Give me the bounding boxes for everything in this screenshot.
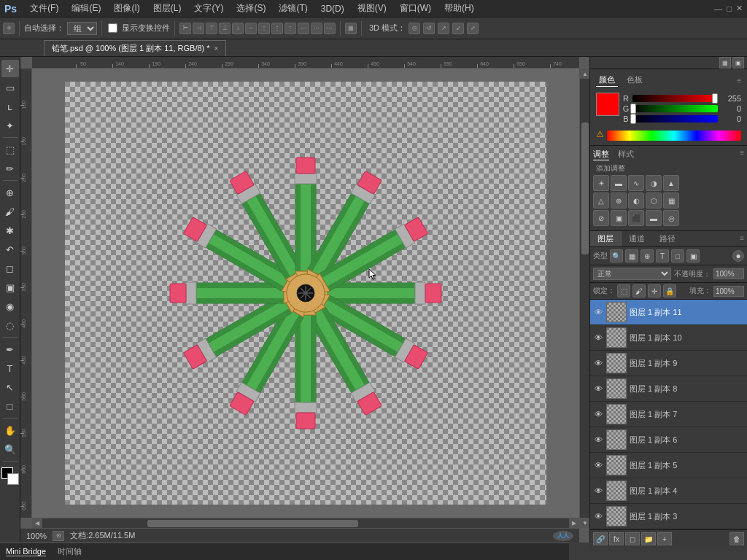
menu-window[interactable]: 窗口(W): [394, 1, 437, 16]
move-tool[interactable]: ✛: [1, 60, 19, 77]
3d-orbit-icon[interactable]: ◎: [409, 23, 420, 34]
lock-position-btn[interactable]: ✛: [648, 284, 661, 298]
align-top-icon[interactable]: ⊥: [219, 23, 231, 34]
distribute-center-v-icon[interactable]: ⋯: [311, 23, 322, 34]
distribute-center-h-icon[interactable]: ⋮: [271, 23, 283, 34]
adj-colorbalance[interactable]: ⊕: [611, 192, 627, 209]
link-layers-btn[interactable]: 🔗: [593, 532, 608, 545]
shape-tool[interactable]: □: [1, 397, 19, 415]
align-center-v-icon[interactable]: ↕: [232, 23, 244, 34]
canvas[interactable]: [65, 82, 546, 505]
layer-item[interactable]: 👁 图层 1 副本 8: [590, 376, 747, 402]
vertical-scrollbar[interactable]: ▲ ▼: [579, 69, 589, 528]
history-brush-tool[interactable]: ↶: [1, 241, 19, 258]
layer-eye-8[interactable]: 👁: [593, 511, 603, 521]
v-scroll-down[interactable]: ▼: [580, 518, 589, 528]
styles-tab[interactable]: 样式: [618, 149, 634, 160]
layer-item[interactable]: 👁 图层 1 副本 7: [590, 402, 747, 427]
layer-filter-adj[interactable]: ⊕: [640, 249, 654, 262]
blend-mode-select[interactable]: 正常: [593, 268, 671, 280]
color-panel-menu[interactable]: ≡: [737, 77, 741, 85]
lock-all-btn[interactable]: 🔒: [663, 284, 676, 298]
v-scroll-thumb[interactable]: [581, 122, 589, 254]
gradient-tool[interactable]: ▣: [1, 279, 19, 296]
distribute-bottom-icon[interactable]: ⋯: [324, 23, 336, 34]
layer-filter-type[interactable]: T: [656, 249, 669, 262]
adj-selective-color[interactable]: ◎: [663, 210, 679, 226]
show-transform-checkbox[interactable]: [108, 23, 117, 33]
distribute-left-icon[interactable]: ⋮: [258, 23, 270, 34]
menu-filter[interactable]: 滤镜(T): [273, 1, 313, 16]
lock-transparent-btn[interactable]: ⬚: [617, 284, 630, 298]
lasso-tool[interactable]: ʟ: [1, 98, 19, 115]
lock-paint-btn[interactable]: 🖌: [632, 284, 646, 298]
menu-help[interactable]: 帮助(H): [438, 1, 480, 16]
pen-tool[interactable]: ✒: [1, 341, 19, 358]
layer-filter-shape[interactable]: □: [671, 249, 684, 262]
new-group-btn[interactable]: 📁: [641, 532, 656, 545]
align-bottom-icon[interactable]: ↔: [245, 23, 257, 34]
layer-eye-5[interactable]: 👁: [593, 435, 603, 445]
blur-tool[interactable]: ◉: [1, 298, 19, 315]
adj-levels[interactable]: ▬: [611, 175, 627, 191]
path-select-tool[interactable]: ↖: [1, 378, 19, 396]
v-scroll-up[interactable]: ▲: [580, 69, 589, 79]
color-swatch-main[interactable]: [596, 93, 619, 116]
brush-tool[interactable]: 🖌: [1, 203, 19, 220]
clone-stamp-tool[interactable]: ✱: [1, 222, 19, 239]
layers-tab-channels[interactable]: 通道: [622, 231, 652, 246]
layer-filter-smart[interactable]: ▣: [686, 249, 700, 262]
menu-text[interactable]: 文字(Y): [188, 1, 229, 16]
align-left-icon[interactable]: ⊢: [179, 23, 191, 34]
blue-slider[interactable]: [632, 115, 718, 122]
swatches-tab[interactable]: 色板: [624, 74, 646, 87]
layer-eye-3[interactable]: 👁: [593, 384, 603, 394]
layer-search-btn[interactable]: 🔍: [610, 249, 623, 262]
menu-image[interactable]: 图像(I): [108, 1, 145, 16]
adj-gradient-map[interactable]: ▬: [646, 210, 662, 226]
adj-panel-menu[interactable]: ≡: [740, 149, 744, 160]
layer-eye-4[interactable]: 👁: [593, 409, 603, 419]
layer-item[interactable]: 👁 图层 1 副本 11: [590, 300, 747, 325]
opacity-input[interactable]: [713, 268, 744, 279]
adj-curves[interactable]: ∿: [628, 175, 644, 191]
timeline-tab[interactable]: 时间轴: [58, 546, 82, 557]
3d-scale-icon[interactable]: ⤢: [467, 23, 479, 34]
layer-eye-7[interactable]: 👁: [593, 486, 603, 496]
tab-close-button[interactable]: ×: [214, 44, 219, 52]
layer-item[interactable]: 👁 图层 1 副本 6: [590, 427, 747, 453]
layer-item[interactable]: 👁 图层 1 副本 3: [590, 504, 747, 529]
spot-healing-tool[interactable]: ⊕: [1, 184, 19, 201]
layer-eye-0[interactable]: 👁: [593, 307, 603, 317]
align-center-h-icon[interactable]: ⊣: [193, 23, 204, 34]
layers-panel-menu[interactable]: ≡: [737, 231, 747, 246]
color-spectrum[interactable]: [607, 131, 741, 141]
mini-bridge-tab[interactable]: Mini Bridge: [6, 547, 46, 556]
red-slider[interactable]: [632, 95, 718, 102]
h-scroll-right[interactable]: ▶: [569, 518, 579, 529]
crop-tool[interactable]: ⬚: [1, 141, 19, 158]
3d-roll-icon[interactable]: ↺: [423, 23, 435, 34]
3d-slide-icon[interactable]: ↙: [452, 23, 464, 34]
adj-threshold[interactable]: ⬛: [628, 210, 644, 226]
dodge-tool[interactable]: ◌: [1, 316, 19, 334]
adj-hsl[interactable]: △: [593, 192, 609, 209]
green-slider[interactable]: [632, 105, 718, 112]
menu-select[interactable]: 选择(S): [231, 1, 271, 16]
distribute-right-icon[interactable]: ⋮: [285, 23, 296, 34]
background-color[interactable]: [7, 473, 19, 485]
delete-layer-btn[interactable]: 🗑: [729, 532, 744, 545]
layer-eye-1[interactable]: 👁: [593, 332, 603, 343]
menu-file[interactable]: 文件(F): [24, 1, 64, 16]
horizontal-scrollbar[interactable]: ◀ ▶: [32, 518, 579, 528]
auto-align-icon[interactable]: ▦: [345, 23, 357, 34]
menu-edit[interactable]: 编辑(E): [66, 1, 107, 16]
adj-exposure[interactable]: ◑: [646, 175, 662, 191]
adj-posterize[interactable]: ▣: [611, 210, 627, 226]
document-tab[interactable]: 铅笔.psd @ 100% (图层 1 副本 11, RGB/8) * ×: [44, 40, 226, 56]
menu-layer[interactable]: 图层(L): [147, 1, 187, 16]
layers-tab-layers[interactable]: 图层: [590, 231, 622, 246]
color-tab[interactable]: 颜色: [596, 74, 618, 87]
layer-item[interactable]: 👁 图层 1 副本 5: [590, 453, 747, 478]
layer-eye-2[interactable]: 👁: [593, 358, 603, 368]
